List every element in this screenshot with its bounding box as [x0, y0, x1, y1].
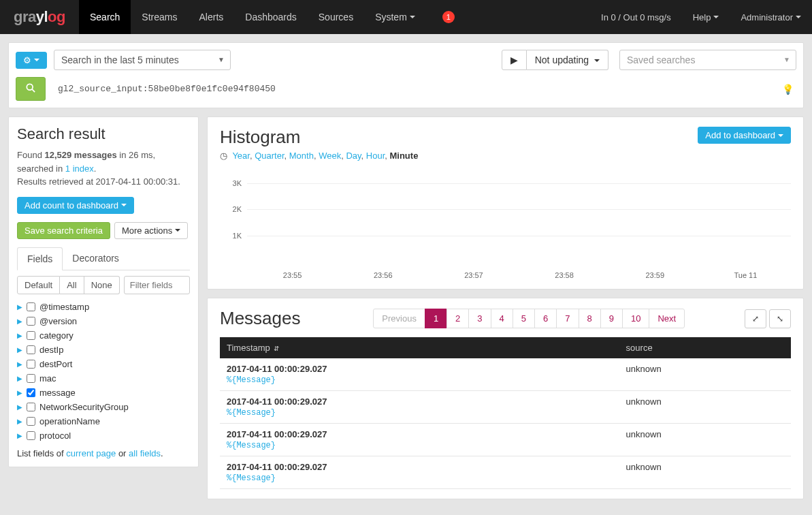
- field-checkbox[interactable]: [27, 403, 35, 411]
- page-9[interactable]: 9: [600, 309, 623, 328]
- field-checkbox[interactable]: [27, 388, 35, 397]
- field-name: destIp: [39, 345, 63, 355]
- expand-field-icon[interactable]: ▶: [17, 317, 22, 325]
- nav-system[interactable]: System: [364, 0, 426, 34]
- index-link[interactable]: 1 index: [65, 163, 94, 174]
- page-5[interactable]: 5: [513, 309, 535, 328]
- expand-field-icon[interactable]: ▶: [17, 346, 22, 354]
- col-source[interactable]: source: [619, 337, 791, 358]
- message-row[interactable]: 2017-04-11 00:00:29.027 %{Message} unkno…: [220, 456, 791, 489]
- caret-icon: [121, 204, 127, 206]
- field-checkbox[interactable]: [27, 417, 35, 426]
- field-name: protocol: [39, 431, 71, 441]
- col-label: Timestamp: [227, 343, 270, 353]
- field-checkbox[interactable]: [27, 331, 35, 340]
- field-list[interactable]: ▶ @timestamp▶ @version▶ category▶ destIp…: [17, 300, 190, 443]
- interval-hour[interactable]: Hour: [366, 151, 385, 161]
- collapse-button[interactable]: ⤡: [769, 309, 791, 328]
- expand-field-icon[interactable]: ▶: [17, 360, 22, 368]
- field-checkbox[interactable]: [27, 317, 35, 326]
- msg-detail: %{Message}: [227, 408, 613, 418]
- time-config-button[interactable]: ⚙: [16, 52, 47, 69]
- page-4[interactable]: 4: [491, 309, 513, 328]
- interval-quarter[interactable]: Quarter: [255, 151, 284, 161]
- field-checkbox[interactable]: [27, 345, 35, 354]
- expand-field-icon[interactable]: ▶: [17, 403, 22, 411]
- sidebar-actions-2: Save search criteria More actions: [17, 222, 190, 239]
- save-criteria-button[interactable]: Save search criteria: [17, 222, 110, 239]
- nav-system-label: System: [375, 12, 407, 22]
- interval-month[interactable]: Month: [289, 151, 314, 161]
- all-fields-link[interactable]: all fields: [129, 448, 161, 458]
- expand-field-icon[interactable]: ▶: [17, 375, 22, 382]
- page-10[interactable]: 10: [622, 309, 649, 328]
- filter-all-button[interactable]: All: [60, 276, 84, 294]
- page-3[interactable]: 3: [468, 309, 491, 328]
- search-button[interactable]: [16, 77, 46, 101]
- page-2[interactable]: 2: [446, 309, 469, 328]
- msg-timestamp: 2017-04-11 00:00:29.027: [227, 462, 613, 472]
- page-next[interactable]: Next: [649, 309, 685, 328]
- nav-alerts[interactable]: Alerts: [188, 0, 234, 34]
- more-actions-button[interactable]: More actions: [114, 222, 188, 239]
- update-mode-button[interactable]: Not updating: [527, 50, 608, 70]
- message-row[interactable]: 2017-04-11 00:00:29.027 %{Message} unkno…: [220, 391, 791, 424]
- field-checkbox[interactable]: [27, 431, 35, 440]
- nav-help[interactable]: Help: [682, 12, 730, 22]
- page-1[interactable]: 1: [425, 309, 447, 328]
- filter-fields-input[interactable]: [124, 276, 190, 294]
- expand-field-icon[interactable]: ▶: [17, 389, 22, 396]
- nav-notifications[interactable]: 1: [426, 0, 466, 34]
- grid-line: [247, 183, 791, 184]
- field-checkbox[interactable]: [27, 360, 35, 369]
- filter-default-button[interactable]: Default: [17, 276, 60, 294]
- saved-searches-select[interactable]: Saved searches: [619, 50, 796, 70]
- tab-fields[interactable]: Fields: [17, 247, 63, 270]
- nav-sources[interactable]: Sources: [308, 0, 364, 34]
- filter-none-button[interactable]: None: [84, 276, 120, 294]
- page-8[interactable]: 8: [579, 309, 601, 328]
- expand-field-icon[interactable]: ▶: [17, 418, 22, 425]
- page-6[interactable]: 6: [534, 309, 557, 328]
- messages-title: Messages: [220, 308, 301, 329]
- nav-search[interactable]: Search: [79, 0, 131, 34]
- expand-button[interactable]: ⤢: [745, 309, 766, 328]
- query-help-icon[interactable]: 💡: [779, 84, 796, 95]
- interval-minute[interactable]: Minute: [389, 151, 418, 161]
- interval-day[interactable]: Day: [346, 151, 361, 161]
- col-timestamp[interactable]: Timestamp ⇵: [220, 337, 619, 358]
- msg-timestamp: 2017-04-11 00:00:29.027: [227, 396, 613, 407]
- expand-field-icon[interactable]: ▶: [17, 332, 22, 339]
- add-count-button[interactable]: Add count to dashboard: [17, 197, 134, 214]
- time-range-select[interactable]: Search in the last 5 minutes: [54, 50, 231, 70]
- expand-field-icon[interactable]: ▶: [17, 432, 22, 439]
- tab-decorators[interactable]: Decorators: [63, 247, 128, 270]
- x-axis: 23:5523:5623:5723:5823:59Tue 11: [247, 271, 791, 279]
- field-checkbox[interactable]: [27, 374, 35, 383]
- field-item: ▶ mac: [17, 371, 190, 386]
- field-name: NetworkSecurityGroup: [39, 402, 129, 412]
- message-row[interactable]: 2017-04-11 00:00:29.027 %{Message} unkno…: [220, 358, 791, 391]
- footer-text: or: [116, 448, 129, 458]
- expand-field-icon[interactable]: ▶: [17, 303, 22, 311]
- nav-admin[interactable]: Administrator: [730, 12, 812, 22]
- nav-dashboards[interactable]: Dashboards: [234, 0, 308, 34]
- logo[interactable]: graylog: [14, 8, 65, 26]
- caret-icon: [34, 59, 39, 61]
- logo-part: yl: [36, 8, 48, 25]
- play-button[interactable]: ▶: [502, 50, 527, 70]
- message-row[interactable]: 2017-04-11 00:00:29.027 %{Message} unkno…: [220, 424, 791, 456]
- field-checkbox[interactable]: [27, 302, 35, 311]
- current-page-link[interactable]: current page: [66, 448, 116, 458]
- nav-streams[interactable]: Streams: [131, 0, 188, 34]
- add-to-dashboard-button[interactable]: Add to dashboard: [698, 127, 791, 144]
- histogram-chart[interactable]: 1K2K3K 23:5523:5623:5723:5823:59Tue 11: [220, 170, 791, 279]
- msg-source: unknown: [619, 358, 791, 391]
- page-prev[interactable]: Previous: [373, 309, 425, 328]
- footer-text: List: [17, 448, 31, 458]
- page-7[interactable]: 7: [556, 309, 579, 328]
- interval-year[interactable]: Year: [232, 151, 250, 161]
- query-input[interactable]: [52, 78, 773, 99]
- svg-line-1: [32, 89, 35, 92]
- interval-week[interactable]: Week: [319, 151, 341, 161]
